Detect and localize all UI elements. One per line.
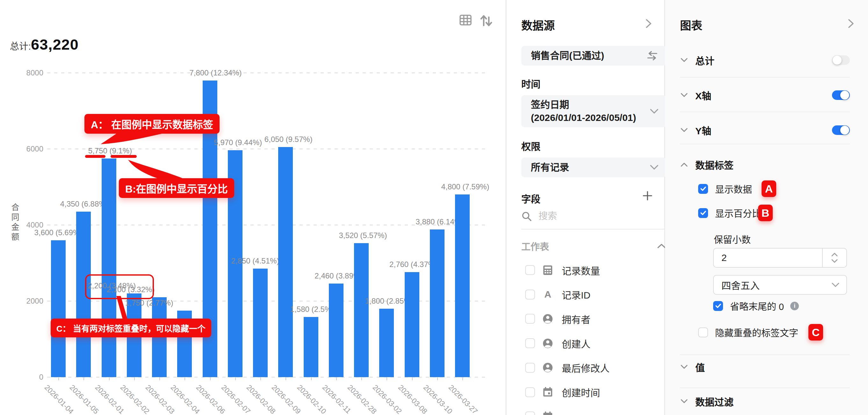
checkbox-unchecked-icon[interactable]: [698, 327, 708, 337]
calendar-icon: [542, 411, 554, 415]
field-item-创建时间[interactable]: 创建时间: [525, 380, 600, 405]
field-item-记录ID[interactable]: A记录ID: [525, 282, 590, 307]
annotation-overlap-rect: [85, 274, 154, 299]
bar-2026-02-09[interactable]: [278, 147, 293, 377]
annotation-b-callout: B:在图例中显示百分比: [119, 178, 234, 198]
show-data-checkbox-row[interactable]: 显示数据 A: [698, 180, 776, 197]
checkbox-checked-icon[interactable]: [698, 208, 708, 218]
chevron-right-icon[interactable]: [645, 18, 653, 31]
chevron-right-icon[interactable]: [847, 18, 855, 31]
checkbox-unchecked-icon[interactable]: [525, 314, 535, 324]
badge-c: C: [808, 324, 823, 341]
field-item-创建人[interactable]: 创建人: [525, 331, 590, 355]
time-label: 时间: [521, 76, 540, 91]
checkbox-unchecked-icon[interactable]: [525, 338, 535, 348]
bar-2026-02-01[interactable]: [102, 159, 116, 377]
source-table-value: 销售合同(已通过): [531, 49, 604, 62]
source-table-select[interactable]: 销售合同(已通过): [521, 46, 666, 66]
time-range-value: 签约日期(2026/01/01-2026/05/01): [531, 98, 636, 124]
y-axis-toggle[interactable]: [832, 126, 850, 135]
section-value-label: 值: [695, 360, 705, 374]
search-input[interactable]: [538, 211, 654, 222]
field-item-记录数量[interactable]: 记录数量: [525, 258, 600, 282]
add-field-icon[interactable]: [642, 190, 653, 202]
data-label: 4,800 (7.59%): [411, 182, 519, 191]
data-label: 2,760 (4.37%): [360, 260, 468, 269]
x-axis-tick: [361, 377, 362, 380]
data-label: 3,600 (5.69%): [4, 228, 113, 237]
field-item-最后修改人[interactable]: 最后修改人: [525, 355, 610, 380]
checkbox-unchecked-icon[interactable]: [525, 265, 535, 275]
x-axis-tick: [412, 377, 413, 380]
section-value[interactable]: 值: [680, 358, 850, 376]
permission-select[interactable]: 所有记录: [521, 158, 666, 177]
section-data-filter[interactable]: 数据过滤: [680, 392, 850, 411]
show-percent-checkbox-row[interactable]: 显示百分比 B: [698, 205, 773, 221]
decimal-places-label: 保留小数: [714, 232, 751, 246]
person-icon: [542, 313, 554, 324]
time-range-dates: (2026/01/01-2026/05/01): [531, 111, 636, 125]
rounding-mode-select[interactable]: 四舍五入: [713, 275, 847, 295]
worksheet-group-header[interactable]: 工作表: [521, 239, 666, 253]
worksheet-label: 工作表: [521, 239, 549, 253]
checkbox-unchecked-icon[interactable]: [525, 289, 535, 300]
fields-label: 字段: [521, 191, 540, 205]
y-axis-tick-label: 0: [11, 373, 43, 382]
checkbox-unchecked-icon[interactable]: [525, 363, 535, 373]
x-axis-tick: [285, 377, 286, 380]
swap-source-icon[interactable]: [646, 50, 659, 61]
x-axis-tick: [58, 377, 59, 380]
bar-2026-03-10[interactable]: [430, 230, 444, 377]
x-axis-tick: [109, 377, 110, 380]
checkbox-unchecked-icon[interactable]: [525, 412, 535, 415]
omit-trailing-zero-label: 省略末尾的 0: [730, 299, 784, 313]
calendar-icon: [542, 386, 554, 398]
person-icon: [542, 338, 554, 349]
section-y-axis-label: Y轴: [695, 123, 711, 137]
table-grid-icon[interactable]: [460, 14, 472, 27]
time-range-select[interactable]: 签约日期(2026/01/01-2026/05/01): [521, 95, 666, 127]
divider: [680, 144, 850, 144]
search-icon: [521, 211, 532, 222]
x-axis-tick: [260, 377, 261, 380]
bar-2026-02-10[interactable]: [304, 317, 318, 377]
section-x-axis[interactable]: X轴: [680, 86, 850, 104]
annotation-a-callout: A： 在图例中显示数据标签: [85, 114, 220, 134]
annotation-underline-percent: [111, 155, 137, 158]
chevron-down-icon: [831, 282, 840, 288]
data-label: 3,880 (6.14%): [385, 217, 494, 226]
sort-arrows-icon[interactable]: [479, 13, 493, 29]
chart-preview-panel: 总计:63,220 合同金额 020004000600080003,600 (5…: [0, 0, 506, 415]
field-item-拥有者[interactable]: 拥有者: [525, 307, 590, 331]
info-icon[interactable]: i: [790, 302, 799, 310]
y-axis-tick-label: 6000: [11, 144, 43, 153]
rounding-mode-value: 四舍五入: [721, 278, 831, 292]
divider: [521, 229, 666, 230]
total-toggle[interactable]: [832, 56, 850, 65]
x-axis-tick: [159, 377, 160, 380]
chevron-down-icon: [649, 108, 659, 114]
bar-2026-02-08[interactable]: [253, 269, 268, 377]
checkbox-checked-icon[interactable]: [713, 301, 723, 311]
section-total[interactable]: 总计: [680, 51, 850, 69]
x-axis-toggle[interactable]: [832, 91, 850, 100]
show-percent-label: 显示百分比: [715, 206, 761, 219]
omit-trailing-zero-row[interactable]: 省略末尾的 0 i: [713, 299, 799, 313]
annotation-c-callout: C： 当有两对标签重叠时，可以隐藏一个: [51, 318, 211, 337]
checkbox-checked-icon[interactable]: [698, 184, 708, 194]
bar-2026-03-08[interactable]: [405, 272, 419, 377]
section-y-axis[interactable]: Y轴: [680, 121, 850, 139]
bar-2026-03-27[interactable]: [455, 195, 470, 377]
data-source-title: 数据源: [521, 16, 555, 33]
section-data-label[interactable]: 数据标签: [680, 155, 850, 174]
decimal-places-input[interactable]: [714, 248, 822, 267]
bar-2026-03-02[interactable]: [379, 309, 394, 377]
total-label: 总计:: [10, 39, 31, 52]
stepper-up-icon[interactable]: [831, 252, 838, 257]
hide-overlap-row[interactable]: 隐藏重叠的标签文字 C: [698, 324, 823, 341]
svg-text:A: A: [544, 289, 551, 300]
bar-2026-01-04[interactable]: [51, 240, 66, 377]
field-item-partial[interactable]: [525, 404, 562, 415]
stepper-down-icon[interactable]: [831, 259, 838, 263]
checkbox-unchecked-icon[interactable]: [525, 387, 535, 397]
